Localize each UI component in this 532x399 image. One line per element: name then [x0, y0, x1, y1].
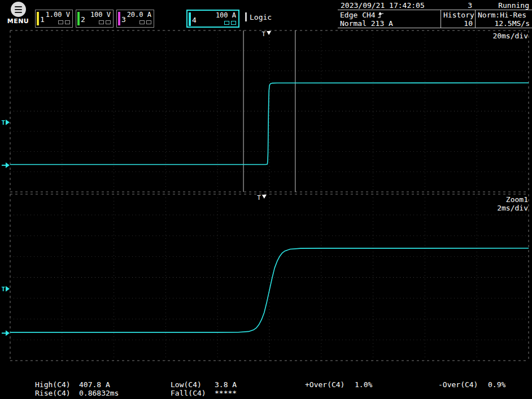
record-mode: Norm:Hi-Res [478, 11, 530, 19]
datetime: 2023/09/21 17:42:05 [341, 1, 425, 10]
impedance-icon [231, 21, 236, 25]
zoom-title-label: Zoom1 [506, 196, 528, 204]
sample-rate: 12.5MS/s [478, 19, 530, 28]
menu-icon [11, 2, 26, 17]
channel-2-box[interactable]: 2 100 V [76, 10, 114, 28]
channel-4-scale: 100 A [216, 12, 236, 19]
channel-position-marker[interactable] [6, 330, 10, 336]
trigger-status-box: Edge CH4 Normal 213 A History 10 Norm:Hi… [338, 10, 532, 28]
channel-1-color-bar [37, 12, 39, 25]
measurement-high: High(C4)407.8 A [35, 380, 110, 389]
menu-button[interactable]: MENU [6, 2, 30, 25]
run-state: Running [498, 1, 529, 10]
channel-3-number: 3 [121, 15, 126, 27]
impedance-icon [106, 20, 111, 24]
channel-position-marker[interactable] [6, 163, 10, 168]
channel-4-coupling-icons [224, 21, 236, 25]
trigger-mode: Normal 213 A [340, 19, 438, 28]
channel-1-box[interactable]: 1 1.00 V [35, 10, 73, 28]
trigger-level-label: T [1, 286, 5, 293]
acquisition-count: 3 [468, 1, 472, 10]
trigger-settings[interactable]: Edge CH4 Normal 213 A [338, 10, 441, 28]
coupling-icon [99, 20, 104, 24]
trigger-level-label: T [1, 119, 5, 126]
trigger-type: Edge CH4 [340, 11, 376, 19]
coupling-icon [139, 20, 145, 24]
trigger-position-marker[interactable] [267, 31, 271, 35]
history-label: History [443, 11, 473, 19]
logic-button[interactable]: Logic [245, 12, 272, 21]
main-waveform-panel[interactable]: TT [0, 30, 532, 193]
trigger-position-label: T [261, 30, 265, 38]
channel-3-scale: 20.0 A [127, 11, 151, 19]
trigger-level-marker[interactable] [6, 120, 10, 125]
trigger-position-label: T [257, 194, 261, 201]
top-bar: MENU 1 1.00 V 2 100 V 3 20.0 A [0, 0, 532, 29]
channel-2-color-bar [77, 12, 80, 25]
channel-4-box[interactable]: 4 100 A [186, 10, 239, 28]
impedance-icon [146, 20, 151, 24]
channel-1-scale: 1.00 V [46, 11, 70, 19]
zoom-waveform-panel[interactable]: TT [0, 194, 532, 362]
channel-4-number: 4 [192, 16, 197, 27]
history-value: 10 [443, 19, 473, 28]
channel-2-scale: 100 V [90, 11, 111, 19]
impedance-icon [65, 20, 70, 24]
history-panel[interactable]: History 10 [441, 10, 475, 28]
trigger-position-marker[interactable] [262, 195, 267, 199]
channel-4-color-bar [189, 12, 191, 26]
coupling-icon [58, 20, 63, 24]
trigger-level-marker[interactable] [6, 286, 10, 292]
measurement-neg-overshoot: -Over(C4)0.9% [438, 380, 505, 389]
channel-3-box[interactable]: 3 20.0 A [116, 10, 154, 28]
measurement-low: Low(C4)3.8 A [171, 380, 237, 389]
channel-3-coupling-icons [139, 20, 151, 24]
main-timebase-label: 20ms/div [492, 32, 528, 40]
channel-2-number: 2 [81, 15, 85, 27]
measurement-rise: Rise(C4)0.86832ms [35, 389, 119, 397]
coupling-icon [224, 21, 229, 25]
acquisition-panel[interactable]: Norm:Hi-Res 12.5MS/s [475, 10, 532, 28]
measurement-fall: Fall(C4)***** [171, 389, 237, 397]
channel-3-color-bar [118, 12, 120, 25]
logic-label: Logic [250, 13, 272, 21]
menu-label: MENU [6, 17, 30, 25]
zoom-timebase-label: 2ms/div [497, 204, 528, 212]
rising-edge-icon [377, 11, 384, 19]
channel-1-number: 1 [40, 15, 45, 27]
measurement-pos-overshoot: +Over(C4)1.0% [305, 380, 372, 389]
status-bar: 2023/09/21 17:42:05 3 Running Edge CH4 N… [338, 0, 532, 29]
channel-1-coupling-icons [58, 20, 70, 24]
logic-icon [245, 12, 247, 21]
channel-2-coupling-icons [99, 20, 111, 24]
oscilloscope-screen: MENU 1 1.00 V 2 100 V 3 20.0 A [0, 0, 532, 399]
